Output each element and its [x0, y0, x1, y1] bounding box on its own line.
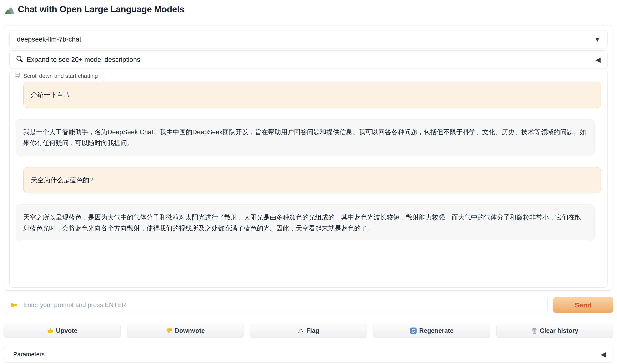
mountain-icon [4, 4, 15, 14]
action-button-label: Upvote [56, 327, 77, 334]
bot-message: 天空之所以呈现蓝色，是因为大气中的气体分子和微粒对太阳光进行了散射。太阳光是由多… [16, 205, 594, 241]
regenerate-button[interactable]: Regenerate [373, 324, 490, 338]
action-button-label: Regenerate [419, 327, 454, 334]
page-header: Chat with Open Large Language Models [4, 3, 617, 16]
user-message: 介绍一下自己 [23, 82, 601, 108]
chat-bubble-icon [14, 72, 20, 80]
model-descriptions-accordion[interactable]: Expand to see 20+ model descriptions ◀ [9, 51, 608, 69]
downvote-button[interactable]: Downvote [127, 324, 244, 338]
magnifier-icon [16, 55, 23, 64]
action-button-label: Clear history [540, 327, 578, 334]
accordion-collapse-icon: ◀ [601, 351, 606, 358]
model-dropdown[interactable]: deepseek-llm-7b-chat ▼ [9, 30, 608, 48]
actions-row: UpvoteDownvote⚠FlagRegenerateClear histo… [4, 324, 613, 338]
prompt-box [4, 297, 548, 313]
prompt-row: Send [4, 297, 613, 313]
send-button[interactable]: Send [553, 297, 613, 313]
action-button-label: Downvote [175, 327, 205, 334]
chatbot-label-text: Scroll down and start chatting [23, 73, 98, 79]
user-message: 天空为什么是蓝色的? [23, 167, 601, 193]
clear-history-button[interactable]: Clear history [496, 324, 613, 338]
chevron-down-icon: ▼ [595, 37, 599, 42]
thumbs-down-icon [166, 327, 172, 334]
upvote-button[interactable]: Upvote [4, 324, 121, 338]
flag-button[interactable]: ⚠Flag [250, 324, 367, 338]
accordion-collapse-icon: ◀ [595, 56, 601, 63]
model-descriptions-label: Expand to see 20+ model descriptions [27, 56, 140, 64]
thumbs-up-icon [47, 327, 54, 334]
trash-icon [531, 327, 537, 334]
chatbot-label: Scroll down and start chatting [10, 71, 105, 81]
prompt-input[interactable] [4, 297, 548, 313]
action-button-label: Flag [306, 327, 319, 334]
parameters-accordion[interactable]: Parameters ◀ [4, 346, 613, 363]
bot-message: 我是一个人工智能助手，名为DeepSeek Chat。我由中国的DeepSeek… [16, 119, 594, 156]
model-dropdown-value: deepseek-llm-7b-chat [17, 36, 595, 43]
regenerate-icon [410, 327, 417, 334]
chatbot-panel[interactable]: Scroll down and start chatting 介绍一下自己我是一… [9, 71, 608, 287]
chat-messages: 介绍一下自己我是一个人工智能助手，名为DeepSeek Chat。我由中国的De… [10, 71, 607, 259]
page-title: Chat with Open Large Language Models [18, 4, 184, 14]
main-panel: deepseek-llm-7b-chat ▼ Expand to see 20+… [4, 25, 613, 291]
parameters-label: Parameters [13, 351, 601, 358]
warning-icon: ⚠ [298, 327, 304, 335]
